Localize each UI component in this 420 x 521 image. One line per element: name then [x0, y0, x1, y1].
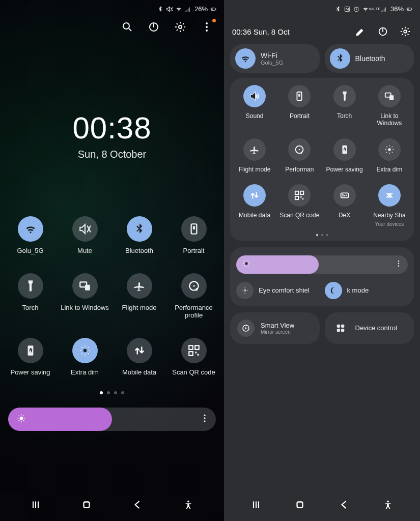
nearby-icon[interactable] [378, 184, 401, 207]
qs-tile-label: Torch [22, 304, 39, 312]
qs-tile-airplane[interactable]: Flight mode [232, 138, 277, 173]
link-windows-icon[interactable] [72, 273, 98, 299]
qs-tile-qr[interactable]: Scan QR code [166, 338, 221, 377]
qs-header-right: 00:36 Sun, 8 Oct [224, 16, 420, 43]
brightness-slider-left[interactable] [8, 408, 216, 431]
qs-tile-label: Mobile data [239, 212, 270, 219]
wifi-status-icon [175, 6, 182, 13]
smart-view-icon [237, 320, 255, 337]
notification-dot [212, 19, 216, 22]
qs-tile-nearby[interactable]: Nearby ShaYour devices [367, 184, 412, 226]
qr-icon[interactable] [288, 184, 311, 207]
qs-tile-label: Sound [246, 112, 264, 120]
qs-tile-bluetooth[interactable]: Bluetooth [112, 216, 166, 255]
power-saving-icon[interactable] [18, 338, 43, 363]
home-button[interactable] [76, 498, 97, 512]
qs-tile-wifi[interactable]: Golu_5G [3, 216, 58, 255]
mute-status-icon [166, 6, 173, 13]
portrait-icon[interactable] [288, 85, 311, 107]
qs-tile-dex[interactable]: DeX [322, 184, 367, 226]
power-button[interactable] [147, 20, 161, 34]
qs-tile-mute[interactable]: Mute [58, 216, 112, 255]
qs-pill-wifi[interactable]: Wi-FiGolu_5G [230, 44, 320, 73]
dark-mode-icon [325, 282, 342, 299]
mobile-data-icon[interactable] [127, 338, 152, 363]
qs-tile-power-saving[interactable]: Power saving [3, 338, 58, 377]
search-button[interactable] [120, 20, 134, 34]
qs-tile-airplane[interactable]: Flight mode [112, 273, 166, 320]
back-button[interactable] [334, 498, 354, 512]
portrait-icon[interactable] [181, 216, 207, 242]
qs-tile-label: Link to Windows [61, 304, 109, 312]
qs-grid-right: SoundPortraitTorchLink to WindowsFlight … [232, 85, 412, 227]
qs-tile-power-saving[interactable]: Power saving [322, 138, 367, 173]
edit-button[interactable] [354, 25, 367, 38]
settings-button[interactable] [173, 20, 187, 34]
toggle-label: Eye comfort shiel [259, 286, 310, 294]
battery-percent-left: 26% [194, 5, 208, 13]
home-button[interactable] [290, 498, 310, 512]
qs-panel-brightness: Eye comfort shielk mode [230, 247, 414, 306]
battery-status-icon [210, 6, 217, 13]
qs-tile-torch[interactable]: Torch [3, 273, 58, 320]
dex-icon[interactable] [333, 184, 356, 207]
qs-tile-mobile-data[interactable]: Mobile data [112, 338, 166, 377]
card-smart-view[interactable]: Smart ViewMirror screen [230, 312, 320, 344]
sound-icon[interactable] [243, 85, 266, 107]
qs-tile-extra-dim[interactable]: Extra dim [367, 138, 412, 173]
qs-tile-label: DeX [339, 212, 350, 219]
torch-icon[interactable] [18, 273, 43, 299]
brightness-more-button[interactable] [395, 259, 403, 270]
wifi-icon[interactable] [18, 216, 43, 242]
recent-apps-button[interactable] [246, 498, 266, 512]
brightness-sun-icon [242, 259, 250, 270]
qs-tile-sound[interactable]: Sound [232, 85, 277, 127]
link-windows-icon[interactable] [378, 85, 401, 107]
qs-tile-performance[interactable]: Performance profile [166, 273, 221, 320]
qs-tile-label: Performance profile [169, 304, 219, 320]
clock-date: Sun, 8 October [0, 149, 224, 160]
qs-tile-link-windows[interactable]: Link to Windows [367, 85, 412, 127]
back-button[interactable] [127, 498, 148, 512]
bluetooth-icon[interactable] [127, 216, 152, 242]
qs-tile-link-windows[interactable]: Link to Windows [58, 273, 112, 320]
qs-tile-label: Flight mode [239, 166, 271, 173]
brightness-slider-right[interactable] [236, 255, 408, 274]
extra-dim-icon[interactable] [378, 138, 401, 161]
settings-button[interactable] [399, 25, 412, 38]
extra-dim-icon[interactable] [72, 338, 98, 363]
accessibility-button[interactable] [178, 498, 199, 512]
qs-pill-bluetooth[interactable]: Bluetooth [325, 44, 414, 73]
qs-tile-mobile-data[interactable]: Mobile data [232, 184, 277, 226]
recent-apps-button[interactable] [25, 498, 46, 512]
performance-icon[interactable] [181, 273, 207, 299]
datetime-right: 00:36 Sun, 8 Oct [232, 27, 290, 36]
qs-tile-portrait[interactable]: Portrait [166, 216, 221, 255]
qs-tile-performance[interactable]: Performan [277, 138, 322, 173]
performance-icon[interactable] [288, 138, 311, 161]
airplane-icon[interactable] [127, 273, 152, 299]
mute-icon[interactable] [72, 216, 98, 242]
accessibility-button[interactable] [378, 498, 398, 512]
card-subtitle: Mirror screen [261, 329, 294, 335]
qs-tile-qr[interactable]: Scan QR code [277, 184, 322, 226]
qs-tile-extra-dim[interactable]: Extra dim [58, 338, 112, 377]
nav-bar-right [224, 490, 420, 521]
toggle-eye-comfort[interactable]: Eye comfort shiel [236, 282, 320, 299]
mobile-data-icon[interactable] [243, 184, 266, 207]
brightness-more-button[interactable] [200, 413, 210, 425]
qs-tile-portrait[interactable]: Portrait [277, 85, 322, 127]
more-button[interactable] [200, 20, 214, 34]
bottom-cards-row: Smart ViewMirror screenDevice control [224, 312, 420, 344]
qr-icon[interactable] [181, 338, 207, 363]
power-saving-icon[interactable] [333, 138, 356, 161]
signal-status-icon [184, 6, 191, 13]
toggle-dark-mode[interactable]: k mode [325, 282, 408, 299]
qs-tile-torch[interactable]: Torch [322, 85, 367, 127]
power-button[interactable] [376, 25, 389, 38]
torch-icon[interactable] [333, 85, 356, 107]
card-device-control[interactable]: Device control [325, 312, 414, 344]
toggles-row: Eye comfort shielk mode [236, 282, 408, 299]
airplane-icon[interactable] [243, 138, 266, 161]
card-title: Smart View [261, 322, 294, 329]
